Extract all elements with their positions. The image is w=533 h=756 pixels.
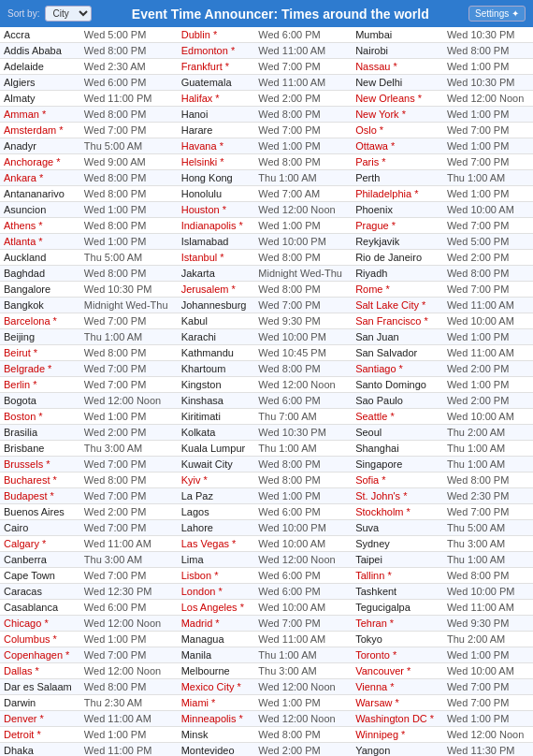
city-name: Harare [178, 123, 255, 138]
city-name: Islamabad [178, 234, 255, 250]
table-row: BangaloreWed 10:30 PMJerusalem *Wed 8:00… [0, 282, 533, 298]
city-time: Wed 1:00 PM [80, 234, 178, 250]
table-row: Columbus *Wed 1:00 PMManaguaWed 11:00 AM… [0, 632, 533, 647]
sort-select[interactable]: City Time [45, 6, 92, 22]
city-time: Wed 8:00 PM [254, 107, 352, 123]
city-name: La Paz [178, 488, 255, 504]
city-name: Yangon [352, 743, 443, 757]
city-name: Hong Kong [178, 170, 255, 186]
city-time: Wed 10:30 PM [443, 75, 533, 91]
city-time: Wed 1:00 PM [80, 727, 178, 743]
city-name: New York * [352, 107, 443, 123]
city-time: Wed 7:00 PM [80, 123, 178, 138]
city-time: Wed 11:00 AM [443, 345, 533, 361]
city-name: Cairo [0, 520, 80, 536]
city-time: Wed 1:00 PM [254, 138, 352, 154]
city-name: Paris * [352, 154, 443, 170]
city-name: Halifax * [178, 91, 255, 107]
settings-button[interactable]: Settings ✦ [468, 6, 526, 22]
table-row: CanberraThu 3:00 AMLimaWed 12:00 NoonTai… [0, 552, 533, 568]
city-name: Anadyr [0, 138, 80, 154]
city-time: Wed 11:00 AM [254, 632, 352, 647]
city-name: Indianapolis * [178, 218, 255, 234]
city-name: Havana * [178, 138, 255, 154]
city-name: Belgrade * [0, 361, 80, 377]
city-name: Tehran * [352, 616, 443, 632]
city-name: Salt Lake City * [352, 298, 443, 313]
city-name: Perth [352, 170, 443, 186]
city-name: Tegucigalpa [352, 600, 443, 616]
city-name: Asuncion [0, 202, 80, 218]
city-time: Wed 7:00 PM [80, 647, 178, 663]
city-time: Wed 1:00 PM [254, 488, 352, 504]
city-name: Miami * [178, 695, 255, 711]
city-time: Wed 6:00 PM [254, 393, 352, 409]
table-row: Bucharest *Wed 8:00 PMKyiv *Wed 8:00 PMS… [0, 472, 533, 488]
city-time: Thu 1:00 AM [254, 441, 352, 457]
city-time: Wed 8:00 PM [80, 266, 178, 282]
city-name: Los Angeles * [178, 600, 255, 616]
city-time: Thu 3:00 AM [443, 536, 533, 552]
city-time: Thu 1:00 AM [80, 329, 178, 345]
table-row: Calgary *Wed 11:00 AMLas Vegas *Wed 10:0… [0, 536, 533, 552]
city-name: Shanghai [352, 441, 443, 457]
city-name: Brussels * [0, 457, 80, 472]
city-name: Dallas * [0, 663, 80, 679]
city-time: Wed 10:45 PM [254, 345, 352, 361]
city-name: Lagos [178, 504, 255, 520]
city-name: Bucharest * [0, 472, 80, 488]
table-row: Denver *Wed 11:00 AMMinneapolis *Wed 12:… [0, 711, 533, 727]
city-time: Wed 10:30 PM [254, 425, 352, 441]
table-row: Boston *Wed 1:00 PMKiritimatiThu 7:00 AM… [0, 409, 533, 425]
city-time: Wed 8:00 PM [254, 250, 352, 266]
table-row: Amman *Wed 8:00 PMHanoiWed 8:00 PMNew Yo… [0, 107, 533, 123]
table-row: Buenos AiresWed 2:00 PMLagosWed 6:00 PMS… [0, 504, 533, 520]
city-time: Wed 7:00 PM [443, 123, 533, 138]
city-time: Wed 7:00 PM [80, 361, 178, 377]
city-name: Adelaide [0, 59, 80, 75]
table-row: CaracasWed 12:30 PMLondon *Wed 6:00 PMTa… [0, 584, 533, 600]
city-time: Midnight Wed-Thu [254, 266, 352, 282]
city-time: Wed 7:00 PM [254, 59, 352, 75]
city-time: Wed 12:00 Noon [443, 91, 533, 107]
table-row: Belgrade *Wed 7:00 PMKhartoumWed 8:00 PM… [0, 361, 533, 377]
city-name: Johannesburg [178, 298, 255, 313]
city-time: Wed 11:00 AM [254, 75, 352, 91]
city-name: Anchorage * [0, 154, 80, 170]
city-name: Vancouver * [352, 663, 443, 679]
city-name: Reykjavik [352, 234, 443, 250]
table-row: AdelaideWed 2:30 AMFrankfurt *Wed 7:00 P… [0, 59, 533, 75]
city-time: Thu 3:00 AM [80, 552, 178, 568]
city-name: Kolkata [178, 425, 255, 441]
city-name: Mumbai [352, 27, 443, 43]
city-name: Brisbane [0, 441, 80, 457]
city-name: Santiago * [352, 361, 443, 377]
city-name: Lima [178, 552, 255, 568]
table-row: Beirut *Wed 8:00 PMKathmanduWed 10:45 PM… [0, 345, 533, 361]
city-time: Wed 10:00 AM [443, 202, 533, 218]
city-time: Wed 10:00 PM [254, 329, 352, 345]
city-time: Wed 8:00 PM [80, 43, 178, 59]
city-name: Amman * [0, 107, 80, 123]
city-time: Wed 10:00 AM [254, 536, 352, 552]
page-title: Event Time Announcer: Times around the w… [132, 7, 429, 22]
city-name: Kingston [178, 377, 255, 393]
table-row: AucklandThu 5:00 AMIstanbul *Wed 8:00 PM… [0, 250, 533, 266]
city-name: Minneapolis * [178, 711, 255, 727]
city-time: Wed 10:00 PM [254, 520, 352, 536]
table-row: AlgiersWed 6:00 PMGuatemalaWed 11:00 AMN… [0, 75, 533, 91]
city-name: Lisbon * [178, 568, 255, 584]
city-name: Dar es Salaam [0, 679, 80, 695]
city-time: Thu 1:00 AM [443, 457, 533, 472]
city-name: Bangalore [0, 282, 80, 298]
city-time: Wed 12:00 Noon [254, 377, 352, 393]
city-time: Thu 1:00 AM [443, 552, 533, 568]
city-name: Managua [178, 632, 255, 647]
city-name: Cape Town [0, 568, 80, 584]
city-name: Taipei [352, 552, 443, 568]
city-name: Tashkent [352, 584, 443, 600]
city-time: Wed 1:00 PM [254, 218, 352, 234]
city-time: Wed 2:30 PM [443, 488, 533, 504]
table-row: Anchorage *Wed 9:00 AMHelsinki *Wed 8:00… [0, 154, 533, 170]
table-row: BrisbaneThu 3:00 AMKuala LumpurThu 1:00 … [0, 441, 533, 457]
